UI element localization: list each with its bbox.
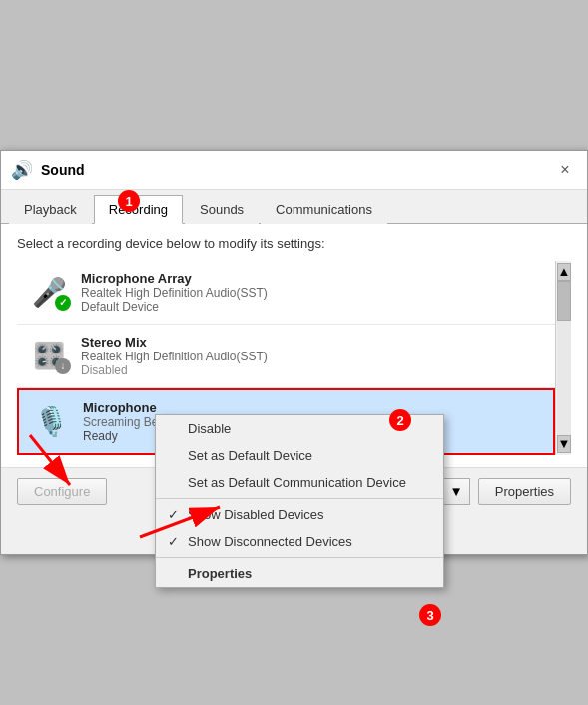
device-info-stereo-mix: Stereo Mix Realtek High Definition Audio… [81, 335, 543, 377]
sound-dialog: 🔊 Sound × Playback Recording Sounds Comm… [0, 150, 588, 555]
device-item-stereo-mix[interactable]: 🎛️ ↓ Stereo Mix Realtek High Definition … [17, 325, 555, 388]
device-info-microphone-array: Microphone Array Realtek High Definition… [81, 271, 543, 314]
device-sub-2: Realtek High Definition Audio(SST) [81, 350, 543, 363]
menu-item-show-disabled[interactable]: Show Disabled Devices [156, 501, 443, 528]
device-item-microphone-array[interactable]: 🎤 ✓ Microphone Array Realtek High Defini… [17, 261, 555, 325]
device-status-1: Default Device [81, 300, 543, 314]
device-status-2: Disabled [81, 363, 543, 377]
menu-divider-2 [156, 557, 443, 558]
device-icon-stereo-mix: 🎛️ ↓ [29, 337, 69, 376]
configure-button[interactable]: Configure [17, 478, 107, 505]
tab-sounds[interactable]: Sounds [185, 195, 259, 224]
device-name-1: Microphone Array [81, 271, 543, 286]
tab-bar: Playback Recording Sounds Communications [1, 190, 587, 224]
menu-item-show-disconnected[interactable]: Show Disconnected Devices [156, 528, 443, 555]
tab-playback[interactable]: Playback [9, 195, 92, 224]
status-badge-gray: ↓ [55, 358, 71, 374]
device-list-scrollbar[interactable]: ▲ ▼ [555, 261, 571, 455]
properties-button[interactable]: Properties [478, 478, 571, 505]
scroll-up-button[interactable]: ▲ [557, 263, 571, 281]
menu-item-properties[interactable]: Properties [156, 560, 443, 587]
annotation-1: 1 [118, 190, 140, 212]
device-icon-microphone-array: 🎤 ✓ [29, 273, 69, 313]
sound-icon: 🔊 [11, 159, 33, 181]
tab-communications[interactable]: Communications [261, 195, 387, 224]
title-bar: 🔊 Sound × [1, 151, 587, 190]
close-button[interactable]: × [553, 158, 577, 182]
annotation-3: 3 [419, 604, 441, 626]
scroll-down-button[interactable]: ▼ [557, 435, 571, 453]
menu-item-set-default-comm[interactable]: Set as Default Communication Device [156, 469, 443, 496]
device-icon-microphone: 🎙️ [31, 402, 71, 442]
annotation-2: 2 [389, 409, 411, 431]
scroll-thumb[interactable] [557, 281, 571, 321]
tab-content: Select a recording device below to modif… [1, 224, 587, 467]
device-sub-1: Realtek High Definition Audio(SST) [81, 286, 543, 300]
device-name-2: Stereo Mix [81, 335, 543, 350]
context-menu: Disable Set as Default Device Set as Def… [155, 414, 444, 588]
instruction-text: Select a recording device below to modif… [17, 236, 571, 251]
device-name-3: Microphone [83, 400, 541, 415]
status-badge-green: ✓ [55, 295, 71, 311]
set-default-dropdown[interactable]: ▼ [444, 478, 470, 505]
scroll-track[interactable] [557, 281, 571, 435]
window-title: Sound [41, 162, 85, 178]
menu-divider [156, 498, 443, 499]
menu-item-set-default[interactable]: Set as Default Device [156, 442, 443, 469]
